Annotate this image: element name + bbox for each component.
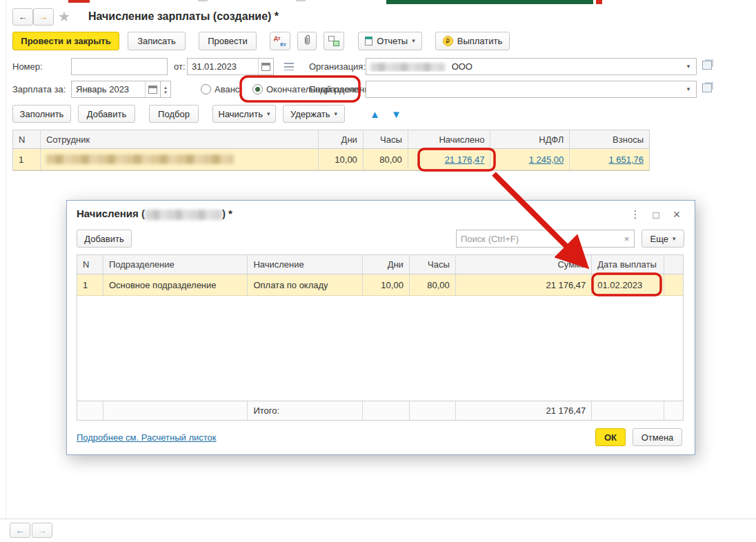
month-spinner[interactable]: ▴ ▾ [161,81,171,98]
col-header-pay-date[interactable]: Дата выплаты [592,255,664,274]
col-header-accrued[interactable]: Начислено [408,130,491,148]
accruals-table: N Подразделение Начисление Дни Часы Сумм… [77,254,684,421]
dialog-maximize-button[interactable]: □ [648,206,664,223]
accrue-button[interactable]: Начислить ▾ [212,105,276,123]
dialog-employee-redacted [145,210,222,220]
col-header-n[interactable]: N [13,130,41,148]
department-field[interactable]: ▾ [366,81,697,98]
col-header-department[interactable]: Подразделение [103,255,248,274]
col-header-ndfl[interactable]: НДФЛ [490,130,570,148]
forward-button[interactable]: → [33,8,54,26]
dialog-menu-button[interactable]: ⋮ [627,206,644,223]
col-header-days[interactable]: Дни [363,255,410,274]
back-icon: ← [16,525,25,536]
fill-button[interactable]: Заполнить [12,105,71,123]
accrued-amount-link[interactable]: 21 176,47 [445,154,485,165]
cell-n: 1 [13,149,41,170]
related-documents-button[interactable] [324,32,344,50]
employee-name-redacted [46,154,234,164]
salary-month-field[interactable]: Январь 2023 [71,81,161,98]
history-forward-button[interactable]: → [32,523,52,538]
paperclip-icon [303,34,312,48]
department-open-icon[interactable] [702,83,712,92]
back-button[interactable]: ← [12,8,33,26]
cancel-button[interactable]: Отмена [633,428,682,446]
col-header-employee[interactable]: Сотрудник [41,130,319,148]
comment-icon[interactable] [284,62,294,72]
search-clear-button[interactable]: × [619,230,635,248]
fill-label: Заполнить [20,109,64,119]
reports-button[interactable]: Отчеты ▾ [358,32,422,50]
ok-button[interactable]: ОК [595,428,626,446]
calendar-button[interactable] [258,59,273,74]
col-header-sum[interactable]: Сумма [456,255,593,274]
organization-value: ООО [366,61,681,72]
chrome-fragment-green-bar [386,0,593,4]
department-dropdown-button[interactable]: ▾ [681,81,696,97]
move-down-button[interactable]: ▼ [387,105,406,123]
organization-field[interactable]: ООО ▾ [366,58,697,75]
spinner-down-icon[interactable]: ▾ [164,90,167,94]
favorite-star-icon[interactable]: ★ [58,8,70,25]
dialog-close-button[interactable]: × [668,206,685,223]
month-calendar-button[interactable] [145,81,160,97]
dt-kt-button[interactable]: Дт Кт [270,32,290,50]
col-header-n[interactable]: N [77,255,103,274]
more-button[interactable]: Еще ▾ [641,230,684,248]
ndfl-amount-link[interactable]: 1 245,00 [529,154,564,165]
move-up-button[interactable]: ▲ [366,105,384,123]
col-header-hours[interactable]: Часы [364,130,408,148]
attachments-button[interactable] [297,32,317,50]
number-label: Номер: [12,61,43,72]
save-button[interactable]: Записать [128,32,186,50]
organization-open-icon[interactable] [702,61,712,70]
accrue-label: Начислить [219,109,263,119]
chevron-down-icon: ▾ [687,86,690,92]
advance-radio[interactable] [201,84,211,94]
save-label: Записать [137,36,176,46]
chrome-fragment-red-right [596,0,602,4]
pick-label: Подбор [158,109,190,119]
contributions-amount-link[interactable]: 1 651,76 [608,154,644,165]
kebab-icon: ⋮ [630,208,641,221]
dt-kt-icon: Дт Кт [274,35,286,48]
search-input[interactable] [456,230,620,248]
dialog-add-label: Добавить [84,234,123,244]
table-row[interactable]: 1 10,00 80,00 21 176,47 1 245,00 1 651,7… [13,149,649,170]
chrome-fragment-gray-1 [198,0,208,1]
post-label: Провести [208,36,248,46]
col-header-accrual[interactable]: Начисление [248,255,363,274]
date-value: 31.01.2023 [188,61,258,72]
calendar-icon [261,63,270,71]
organization-label: Организация: [309,61,366,72]
cell-employee [41,149,319,170]
cell-pay-date[interactable]: 01.02.2023 [592,274,664,295]
payslip-details-link[interactable]: Подробнее см. Расчетный листок [77,432,217,443]
cell-accrued: 21 176,47 [408,149,491,170]
employees-table-header: N Сотрудник Дни Часы Начислено НДФЛ Взно… [13,130,649,149]
spinner-up-icon[interactable]: ▴ [164,85,167,90]
post-and-close-button[interactable]: Провести и закрыть [12,32,119,50]
more-label: Еще [650,234,668,244]
add-button[interactable]: Добавить [78,105,135,123]
organization-dropdown-button[interactable]: ▾ [681,59,696,74]
table-row[interactable]: 1 Основное подразделение Оплата по оклад… [77,274,683,296]
final-settlement-radio[interactable] [252,84,263,94]
pay-button[interactable]: ₽ Выплатить [435,32,510,50]
col-header-hours[interactable]: Часы [410,255,456,274]
withhold-button[interactable]: Удержать ▾ [283,105,345,123]
clear-icon: × [624,234,630,244]
back-icon: ← [19,12,28,22]
post-button[interactable]: Провести [199,32,257,50]
col-header-days[interactable]: Дни [319,130,364,148]
advance-radio-label[interactable]: Аванс [215,84,239,94]
col-header-contributions[interactable]: Взносы [570,130,649,148]
ruble-coin-icon: ₽ [443,36,453,46]
dialog-add-button[interactable]: Добавить [77,230,132,248]
history-back-button[interactable]: ← [10,523,30,538]
calendar-icon [148,86,157,94]
bottom-separator [0,519,756,519]
number-input[interactable] [71,58,168,75]
date-field[interactable]: 31.01.2023 [187,58,274,75]
pick-button[interactable]: Подбор [149,105,199,123]
